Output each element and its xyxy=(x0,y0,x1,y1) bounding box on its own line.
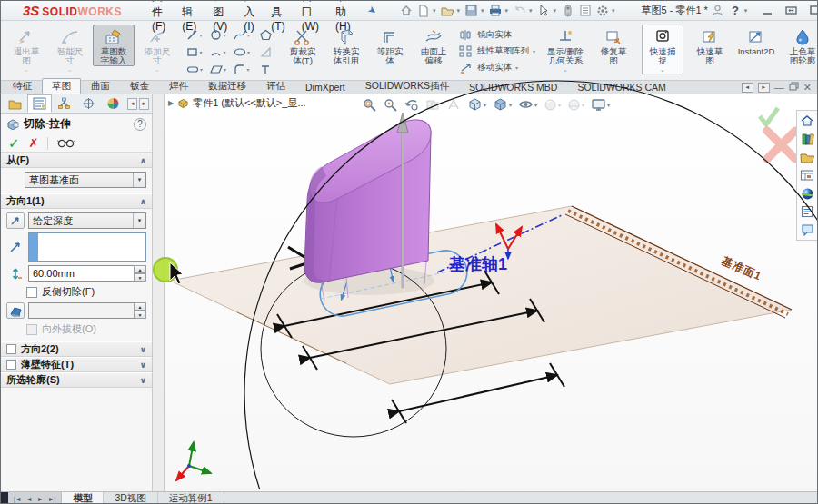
apply-scene-icon[interactable]: ▾ xyxy=(567,98,584,112)
pane-restore-icon[interactable] xyxy=(789,82,799,93)
section-view-icon[interactable] xyxy=(425,98,440,112)
print-flyout-icon[interactable]: ▾ xyxy=(504,7,508,15)
repair-sketch-button[interactable]: 修复草 图 xyxy=(593,25,634,66)
tab-weldments[interactable]: 焊件 xyxy=(159,78,198,94)
pane-back-icon[interactable]: ◄ xyxy=(742,83,753,93)
user-account-icon[interactable] xyxy=(710,4,726,18)
open-icon[interactable] xyxy=(439,4,455,18)
save-flyout-icon[interactable]: ▾ xyxy=(481,7,484,15)
polygon-tool[interactable] xyxy=(254,26,277,44)
nav-first-icon[interactable]: |◄ xyxy=(12,496,24,502)
dimxpert-manager-tab[interactable] xyxy=(76,94,101,113)
section-selected-contours-header[interactable]: 所选轮廓(S) ∨ xyxy=(1,372,152,388)
section-direction1-header[interactable]: 方向1(1) ∧ xyxy=(1,193,152,209)
nav-prev-icon[interactable]: ◄ xyxy=(25,496,35,502)
mirror-entities-button[interactable]: 镜向实体 xyxy=(459,27,535,43)
datum-plane[interactable]: 基准面1 xyxy=(170,206,792,384)
hide-show-items-icon[interactable]: ▾ xyxy=(518,98,537,111)
options-list-icon[interactable] xyxy=(577,4,594,18)
select-icon[interactable] xyxy=(535,4,552,18)
cancel-button[interactable]: ✗ xyxy=(29,136,39,150)
depth-spinbox[interactable]: 60.00mm ▲▼ xyxy=(28,265,146,282)
axis-label[interactable]: 基准轴1 xyxy=(448,255,507,273)
circle-tool[interactable]: ▾ xyxy=(206,26,230,44)
home-icon[interactable] xyxy=(398,4,414,18)
pane-forward-icon[interactable]: ► xyxy=(758,83,770,93)
settings-gear-icon[interactable] xyxy=(594,4,611,18)
display-style-icon[interactable]: ▾ xyxy=(493,97,512,112)
dynamic-annotation-views-icon[interactable] xyxy=(446,98,461,112)
help-icon[interactable]: ? xyxy=(732,4,739,17)
tab-data-migration[interactable]: 数据迁移 xyxy=(198,78,256,94)
exit-sketch-flyout-icon[interactable]: ⌄ xyxy=(24,66,29,74)
appearances-scenes-icon[interactable] xyxy=(799,186,815,201)
manager-tab-right-icon[interactable]: ► xyxy=(139,98,149,110)
move-flyout-icon[interactable]: ▾ xyxy=(515,64,518,71)
manager-tab-left-icon[interactable]: ◄ xyxy=(127,98,137,110)
expand-chevron-icon[interactable]: ∨ xyxy=(140,361,146,370)
ellipse-tool[interactable]: ▾ xyxy=(230,44,254,61)
from-condition-dropdown[interactable]: 草图基准面 ▾ xyxy=(25,172,146,188)
zoom-to-area-icon[interactable] xyxy=(384,98,398,112)
motion-study-tab[interactable]: 运动算例1 xyxy=(158,492,224,504)
smart-dimension-button[interactable]: 智能尺 寸 ⌄ xyxy=(49,25,91,74)
panel-splitter[interactable] xyxy=(153,94,165,491)
previous-view-icon[interactable] xyxy=(404,98,419,112)
relations-flyout-icon[interactable]: ⌄ xyxy=(563,66,568,74)
settings-flyout-icon[interactable]: ▾ xyxy=(612,7,615,15)
custom-properties-icon[interactable] xyxy=(799,204,815,219)
collapse-chevron-icon[interactable]: ∧ xyxy=(140,156,146,165)
tab-features[interactable]: 特征 xyxy=(3,78,42,94)
tab-sketch[interactable]: 草图 xyxy=(42,78,81,94)
move-entities-button[interactable]: 移动实体 ▾ xyxy=(459,60,535,75)
tab-solidworks-mbd[interactable]: SOLIDWORKS MBD xyxy=(459,80,567,94)
open-flyout-icon[interactable]: ▾ xyxy=(456,7,460,15)
panel-help-icon[interactable]: ? xyxy=(134,118,146,131)
collapse-chevron-icon[interactable]: ∧ xyxy=(140,197,146,206)
maximize-icon[interactable] xyxy=(806,4,818,18)
end-condition-dropdown[interactable]: 给定深度 ▾ xyxy=(28,212,146,229)
solidworks-forum-icon[interactable] xyxy=(799,222,815,237)
line-tool[interactable]: ▾ xyxy=(183,26,206,44)
model-tab[interactable]: 模型 xyxy=(62,492,104,504)
direction-reference-selection[interactable] xyxy=(28,232,146,262)
design-library-icon[interactable] xyxy=(799,132,815,146)
sketch-fillet-tool[interactable]: ▾ xyxy=(230,61,254,78)
sketch-numeric-input-button[interactable]: 草图数 字输入 xyxy=(93,25,135,66)
corner-rectangle-tool[interactable]: ▾ xyxy=(183,44,206,61)
smart-dimension-flyout-icon[interactable]: ⌄ xyxy=(67,66,73,74)
pane-close-icon[interactable]: ✕ xyxy=(803,83,812,93)
tab-solidworks-cam[interactable]: SOLIDWORKS CAM xyxy=(567,80,675,94)
direction2-checkbox[interactable] xyxy=(6,344,16,354)
new-flyout-icon[interactable]: ▾ xyxy=(433,7,436,15)
instant2d-button[interactable]: Instant2D xyxy=(733,25,780,57)
expand-chevron-icon[interactable]: ∨ xyxy=(140,345,146,354)
flip-side-to-cut-checkbox[interactable]: 反侧切除(F) xyxy=(5,285,148,299)
new-document-icon[interactable] xyxy=(415,4,432,18)
save-icon[interactable] xyxy=(464,4,480,18)
quick-snaps-button[interactable]: 快速捕 捉 ⌄ xyxy=(642,25,683,74)
parallelogram-tool[interactable]: ▾ xyxy=(206,61,230,78)
print-icon[interactable] xyxy=(487,4,504,18)
rapid-sketch-button[interactable]: 快速草 图 xyxy=(689,25,731,66)
nav-last-icon[interactable]: ►| xyxy=(46,496,58,502)
pin-menu-icon[interactable]: ➤ xyxy=(365,4,379,18)
exit-sketch-button[interactable]: 退出草 图 ⌄ xyxy=(5,25,47,74)
file-explorer-icon[interactable] xyxy=(799,150,815,164)
view-settings-icon[interactable]: ▾ xyxy=(591,98,610,112)
spin-down-icon[interactable]: ▼ xyxy=(134,273,146,282)
tab-solidworks-addins[interactable]: SOLIDWORKS插件 xyxy=(355,78,459,94)
restore-icon[interactable] xyxy=(783,4,799,18)
feature-manager-tab[interactable] xyxy=(3,94,27,113)
select-flyout-icon[interactable]: ▾ xyxy=(553,7,556,15)
document-tab[interactable]: ▶ 零件1 (默认<<默认>_显... xyxy=(168,96,306,110)
spline-tool[interactable]: ▾ xyxy=(230,26,254,44)
display-manager-tab[interactable] xyxy=(101,94,125,113)
help-flyout-icon[interactable]: ▾ xyxy=(744,7,748,15)
confirmation-corner[interactable] xyxy=(760,108,795,159)
text-tool[interactable] xyxy=(254,61,277,78)
display-delete-relations-button[interactable]: 显示/删除 几何关系 ⌄ xyxy=(540,25,591,74)
ok-button[interactable]: ✓ xyxy=(8,135,20,152)
section-from-header[interactable]: 从(F) ∧ xyxy=(1,153,152,168)
offset-entities-button[interactable]: 等距实 体 xyxy=(369,25,411,66)
